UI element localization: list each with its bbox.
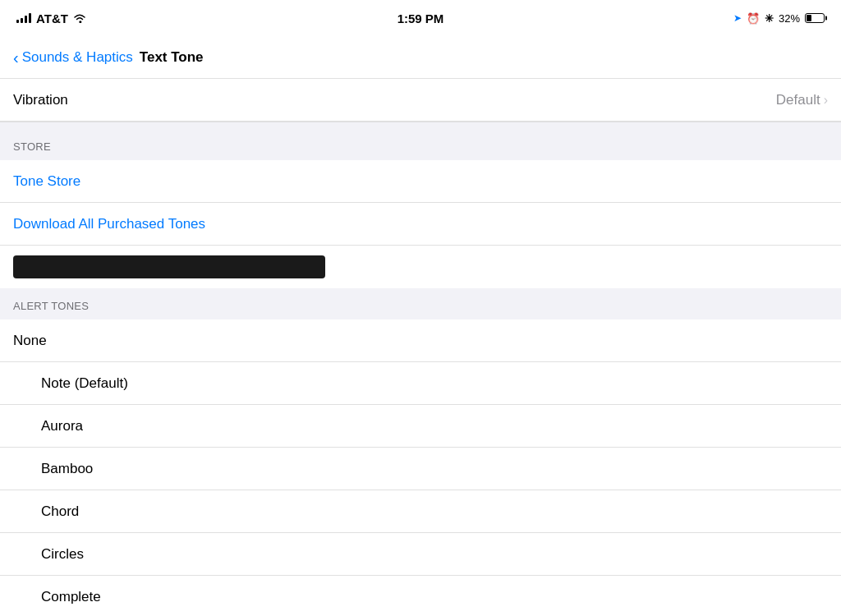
page-title: Text Tone	[140, 49, 204, 66]
tone-label-complete: Complete	[41, 589, 101, 605]
location-icon: ➤	[733, 12, 742, 24]
tone-label-aurora: Aurora	[41, 418, 83, 434]
back-chevron-icon: ‹	[13, 49, 19, 66]
tone-row-complete[interactable]: Complete	[0, 576, 841, 616]
redacted-block	[13, 255, 325, 278]
tone-store-row[interactable]: Tone Store	[0, 160, 841, 203]
bluetooth-icon: ✳	[765, 12, 774, 25]
status-bar: AT&T 1:59 PM ➤ ⏰ ✳ 32%	[0, 0, 841, 36]
signal-bars-icon	[16, 13, 31, 23]
vibration-chevron-icon: ›	[824, 93, 828, 108]
wifi-icon	[73, 13, 86, 23]
tone-label-note-default: Note (Default)	[41, 375, 128, 392]
tone-row-note-default[interactable]: Note (Default)	[0, 362, 841, 405]
vibration-label: Vibration	[13, 92, 776, 108]
tone-store-label: Tone Store	[13, 173, 80, 190]
battery-icon	[805, 13, 825, 23]
carrier-label: AT&T	[36, 11, 68, 25]
vibration-value: Default ›	[776, 92, 828, 108]
battery-percentage: 32%	[779, 12, 800, 25]
tone-list: None Note (Default) Aurora Bamboo Chord …	[0, 319, 841, 616]
store-header-text: STORE	[13, 140, 51, 153]
tone-label-chord: Chord	[41, 503, 79, 520]
nav-header: ‹ Sounds & Haptics Text Tone	[0, 36, 841, 79]
download-tones-label: Download All Purchased Tones	[13, 216, 205, 232]
back-label: Sounds & Haptics	[22, 49, 133, 66]
store-section-header: STORE	[0, 122, 841, 160]
status-time: 1:59 PM	[398, 11, 444, 25]
tone-label-circles: Circles	[41, 546, 84, 563]
alert-tones-section-header: ALERT TONES	[0, 288, 841, 319]
tone-row-bamboo[interactable]: Bamboo	[0, 448, 841, 490]
vibration-row[interactable]: Vibration Default ›	[0, 79, 841, 122]
redacted-row	[0, 246, 841, 288]
tone-row-none[interactable]: None	[0, 319, 841, 362]
tone-label-bamboo: Bamboo	[41, 461, 93, 477]
tone-row-aurora[interactable]: Aurora	[0, 405, 841, 448]
tone-row-circles[interactable]: Circles	[0, 533, 841, 576]
download-tones-row[interactable]: Download All Purchased Tones	[0, 203, 841, 246]
back-button[interactable]: ‹ Sounds & Haptics	[13, 49, 133, 66]
store-section: Tone Store Download All Purchased Tones	[0, 160, 841, 288]
alarm-icon: ⏰	[747, 12, 760, 25]
tone-label-none: None	[13, 333, 47, 349]
tone-row-chord[interactable]: Chord	[0, 490, 841, 533]
status-left: AT&T	[16, 11, 115, 25]
status-right: ➤ ⏰ ✳ 32%	[726, 12, 825, 25]
alert-tones-header-text: ALERT TONES	[13, 300, 89, 312]
